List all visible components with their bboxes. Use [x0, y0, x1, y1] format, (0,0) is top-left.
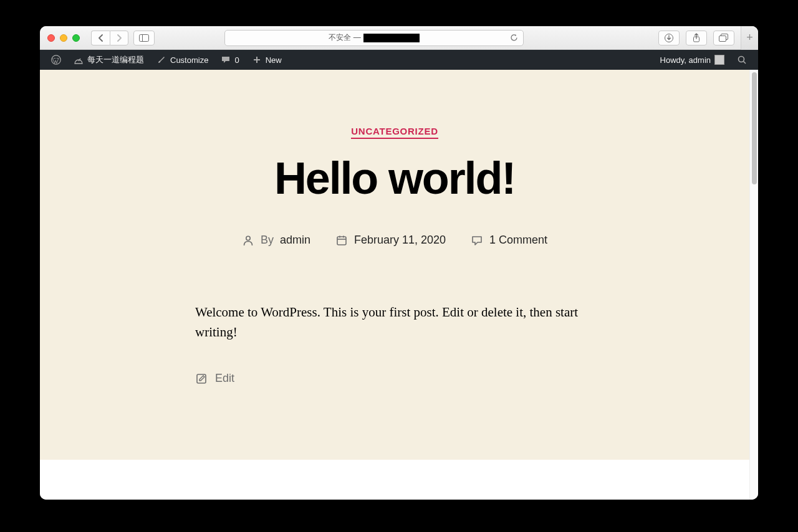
forward-button[interactable]	[110, 31, 128, 45]
address-bar[interactable]: 不安全 —	[224, 30, 524, 46]
search-icon	[737, 55, 747, 65]
comment-icon	[221, 55, 231, 65]
greeting-label: Howdy, admin	[660, 55, 711, 65]
sidebar-icon	[139, 34, 149, 42]
sidebar-toggle-button[interactable]	[133, 31, 155, 45]
reload-icon	[510, 34, 518, 42]
page-content: UNCATEGORIZED Hello world! By admin Febr…	[40, 70, 749, 500]
downloads-button[interactable]	[658, 31, 680, 45]
new-content-menu[interactable]: New	[246, 50, 288, 70]
post-body: Welcome to WordPress. This is your first…	[195, 303, 594, 342]
new-tab-button[interactable]: +	[741, 26, 758, 50]
new-label: New	[266, 55, 282, 65]
edit-icon	[195, 373, 208, 385]
post-author: By admin	[242, 234, 310, 247]
customize-link[interactable]: Customize	[150, 50, 214, 70]
titlebar-right: +	[658, 26, 751, 50]
article: UNCATEGORIZED Hello world! By admin Febr…	[40, 70, 749, 460]
search-toggle[interactable]	[731, 50, 753, 70]
svg-rect-5	[719, 36, 726, 41]
dashboard-icon	[74, 55, 84, 65]
post-meta: By admin February 11, 2020 1 Comment	[65, 234, 724, 247]
svg-rect-11	[337, 237, 346, 245]
site-name-label: 每天一道编程题	[87, 54, 144, 65]
comments-link[interactable]: 0	[214, 50, 245, 70]
wordpress-icon	[51, 55, 61, 65]
browser-window: 不安全 — +	[40, 26, 758, 500]
reload-button[interactable]	[510, 34, 518, 42]
comment-bubble-icon	[471, 234, 483, 247]
date-link[interactable]: February 11, 2020	[354, 234, 446, 247]
minimize-window-button[interactable]	[60, 34, 67, 42]
by-label: By	[261, 234, 274, 247]
back-button[interactable]	[91, 31, 110, 45]
scrollbar[interactable]	[749, 70, 758, 500]
calendar-icon	[335, 234, 348, 247]
svg-point-10	[246, 236, 250, 240]
share-icon	[692, 33, 701, 43]
safari-titlebar: 不安全 — +	[40, 26, 758, 50]
svg-rect-0	[140, 34, 149, 41]
tabs-icon	[719, 34, 729, 42]
avatar	[714, 55, 724, 65]
customize-label: Customize	[170, 55, 208, 65]
svg-line-9	[744, 62, 746, 64]
post-title: Hello world!	[65, 153, 724, 204]
download-icon	[664, 33, 674, 43]
site-name-menu[interactable]: 每天一道编程题	[67, 50, 150, 70]
page-viewport: UNCATEGORIZED Hello world! By admin Febr…	[40, 70, 758, 500]
account-menu[interactable]: Howdy, admin	[654, 50, 731, 70]
edit-label: Edit	[215, 372, 234, 385]
window-controls	[47, 34, 80, 42]
category-link[interactable]: UNCATEGORIZED	[351, 126, 438, 139]
fullscreen-window-button[interactable]	[72, 34, 80, 42]
chevron-right-icon	[116, 34, 122, 42]
comments-link[interactable]: 1 Comment	[489, 234, 547, 247]
edit-post-link[interactable]: Edit	[195, 372, 594, 385]
address-redacted	[363, 34, 420, 42]
plus-icon	[252, 55, 262, 65]
author-link[interactable]: admin	[280, 234, 310, 247]
chevron-left-icon	[98, 34, 104, 42]
post-comments: 1 Comment	[471, 234, 547, 247]
wp-admin-bar: 每天一道编程题 Customize 0 New Howdy, admin	[40, 50, 758, 70]
nav-buttons	[91, 31, 128, 45]
svg-rect-15	[197, 374, 206, 383]
scroll-thumb[interactable]	[752, 72, 757, 184]
tabs-button[interactable]	[713, 31, 734, 45]
brush-icon	[156, 55, 166, 65]
share-button[interactable]	[686, 31, 707, 45]
close-window-button[interactable]	[47, 34, 55, 42]
person-icon	[242, 234, 254, 247]
address-prefix: 不安全 —	[329, 32, 360, 43]
post-category: UNCATEGORIZED	[65, 126, 724, 136]
wp-logo-menu[interactable]	[45, 50, 67, 70]
post-date: February 11, 2020	[335, 234, 446, 247]
svg-point-8	[739, 57, 744, 62]
comment-count: 0	[234, 55, 239, 65]
footer-area	[40, 460, 749, 500]
